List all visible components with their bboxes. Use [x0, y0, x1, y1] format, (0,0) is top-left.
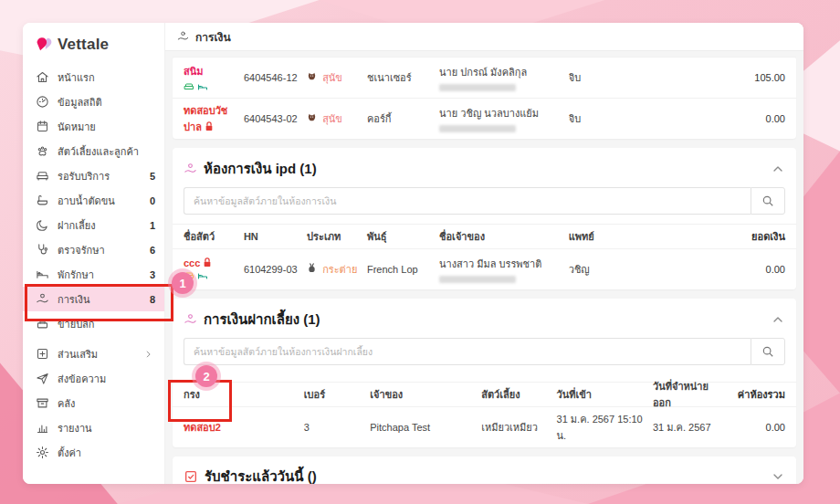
cage-no-cell: 3 [304, 422, 370, 433]
type-cell: สุนัข [307, 69, 367, 86]
sidebar-item-pets-customers[interactable]: สัตว์เลี้ยงและลูกค้า [23, 139, 164, 163]
sidebar-item-label: ส่วนเสริม [58, 346, 133, 362]
send-icon [36, 372, 49, 385]
hn-cell: 6104299-03 [244, 264, 307, 275]
pet-name-link[interactable]: สนิม [184, 66, 203, 77]
sidebar-item-label: สัตว์เลี้ยงและลูกค้า [58, 143, 147, 160]
sidebar-item-reports[interactable]: รายงาน [23, 415, 164, 440]
amount-cell: 0.00 [677, 113, 785, 124]
amount-cell: 0.00 [677, 264, 785, 275]
owner-cell: นาย วชิญ นวลบางแย้ม [439, 105, 569, 132]
bar-chart-icon [36, 421, 49, 435]
sidebar-item-grooming[interactable]: อาบน้ำตัดขน 0 [23, 188, 164, 213]
sidebar-item-statistics[interactable]: ข้อมูลสถิติ [23, 89, 164, 114]
pet-name-link[interactable]: ccc [184, 257, 200, 268]
sidebar-item-label: คลัง [58, 395, 147, 412]
sidebar-item-label: รอรับบริการ [58, 168, 142, 184]
annotation-step-2: 2 [195, 365, 217, 387]
sidebar-item-label: อาบน้ำตัดขน [58, 193, 142, 209]
breed-cell: คอร์กี้ [367, 110, 439, 127]
main-card: Vettale หน้าแรก ข้อมูลสถิติ นัดหมาย สัตว… [23, 23, 803, 484]
sidebar-item-label: ตั้งค่า [58, 445, 147, 461]
pet-cell: เหมียวเหมียว [481, 419, 556, 436]
boarding-search-button[interactable] [751, 338, 785, 365]
table-header-row: ชื่อสัตว์ HN ประเภท พันธุ์ ชื่อเจ้าของ แ… [173, 224, 796, 248]
date-out-cell: 31 ม.ค. 2567 [653, 419, 725, 436]
vet-cell: จิบ [569, 69, 677, 86]
ipd-finance-section: ห้องการเงิน ipd (1) ชื่อสัตว์ HN ประเภท … [173, 148, 796, 289]
cage-link[interactable]: ทดสอบ2 [184, 422, 221, 433]
content-scroll-area[interactable]: สนิม 6404546-12 สุนัข ชเนาเซอร์ [165, 51, 803, 484]
sidebar-item-label: รายงาน [58, 420, 147, 436]
sidebar-item-label: นัดหมาย [58, 119, 147, 135]
chevron-down-icon[interactable] [771, 469, 785, 484]
bathtub-icon [36, 194, 49, 207]
hand-coin-icon [184, 162, 197, 176]
sidebar-item-label: พักรักษา [58, 267, 142, 283]
lock-icon [203, 257, 212, 268]
owner-cell: Pitchapa Test [370, 422, 481, 433]
section-title: ห้องการเงิน ipd (1) [204, 158, 764, 180]
stats-gauge-icon [36, 95, 49, 109]
bed-status-icon [197, 270, 208, 281]
brand-logo[interactable]: Vettale [23, 30, 164, 65]
sidebar-item-messages[interactable]: ส่งข้อความ [23, 366, 164, 391]
date-in-cell: 31 ม.ค. 2567 15:10 น. [557, 411, 653, 444]
sofa-icon [36, 169, 49, 183]
annotation-box-finance [25, 284, 173, 321]
redacted-phone [439, 125, 516, 132]
sidebar-item-appointments[interactable]: นัดหมาย [23, 114, 164, 139]
sidebar-item-settings[interactable]: ตั้งค่า [23, 440, 164, 465]
sidebar-item-inpatient[interactable]: พักรักษา 3 [23, 262, 164, 287]
sidebar-item-inventory[interactable]: คลัง [23, 391, 164, 415]
total-cell: 0.00 [725, 422, 785, 433]
main-content: การเงิน สนิม 6404546-12 [165, 23, 803, 484]
sidebar-item-count: 6 [150, 245, 155, 256]
type-cell: สุนัข [307, 110, 367, 127]
breed-cell: ชเนาเซอร์ [367, 69, 439, 86]
sidebar-item-count: 1 [150, 220, 155, 231]
table-row[interactable]: ทดสอบวัชปาล 6404543-02 สุนัข คอร์กี้ นาย… [173, 98, 796, 139]
search-icon [761, 345, 774, 358]
search-icon [761, 194, 774, 207]
moon-icon [36, 218, 49, 232]
app-window: Vettale หน้าแรก ข้อมูลสถิติ นัดหมาย สัตว… [0, 0, 840, 504]
annotation-step-1: 1 [172, 272, 194, 294]
boarding-search-input[interactable] [184, 338, 751, 365]
sidebar-item-addons[interactable]: ส่วนเสริม [23, 341, 164, 366]
ipd-search-input[interactable] [184, 187, 751, 215]
sidebar-item-count: 0 [150, 195, 155, 206]
paid-today-section: รับชำระแล้ววันนี้ () [173, 457, 796, 484]
archive-box-icon [36, 396, 49, 410]
amount-cell: 105.00 [677, 72, 785, 83]
ipd-search-button[interactable] [751, 187, 785, 215]
chevron-up-icon[interactable] [771, 312, 785, 327]
sidebar-item-boarding[interactable]: ฝากเลี้ยง 1 [23, 213, 164, 237]
sidebar-item-waiting[interactable]: รอรับบริการ 5 [23, 163, 164, 188]
section-title: รับชำระแล้ววันนี้ () [205, 466, 764, 484]
hn-cell: 6404543-02 [244, 113, 307, 124]
type-cell: กระต่าย [307, 261, 367, 278]
sidebar-item-count: 3 [150, 269, 155, 280]
gear-icon [36, 446, 49, 459]
chevron-up-icon[interactable] [771, 162, 785, 176]
paw-icon [36, 144, 49, 158]
redacted-phone [439, 276, 516, 283]
vet-cell: จิบ [569, 110, 677, 127]
sidebar-item-label: ตรวจรักษา [58, 242, 142, 258]
table-row[interactable]: ccc 6104299-03 กระต่าย French Lop [173, 248, 796, 289]
sofa-status-icon [184, 81, 194, 92]
sidebar-item-home[interactable]: หน้าแรก [23, 65, 164, 89]
sidebar-item-examination[interactable]: ตรวจรักษา 6 [23, 237, 164, 262]
stethoscope-icon [36, 243, 49, 257]
sidebar-item-label: ฝากเลี้ยง [58, 217, 142, 234]
table-row[interactable]: สนิม 6404546-12 สุนัข ชเนาเซอร์ [173, 57, 796, 98]
table-row[interactable]: ทดสอบ2 3 Pitchapa Test เหมียวเหมียว 31 ม… [173, 406, 796, 447]
finance-table: สนิม 6404546-12 สุนัข ชเนาเซอร์ [173, 57, 796, 139]
heart-logo-icon [36, 37, 54, 53]
plus-square-icon [36, 347, 49, 361]
dog-icon [307, 112, 317, 122]
vet-cell: วชิญ [569, 261, 677, 278]
sidebar-item-label: ส่งข้อความ [58, 371, 147, 387]
boarding-finance-section: การเงินฝากเลี้ยง (1) กรง เบอร์ เจ้าของ [173, 299, 796, 447]
